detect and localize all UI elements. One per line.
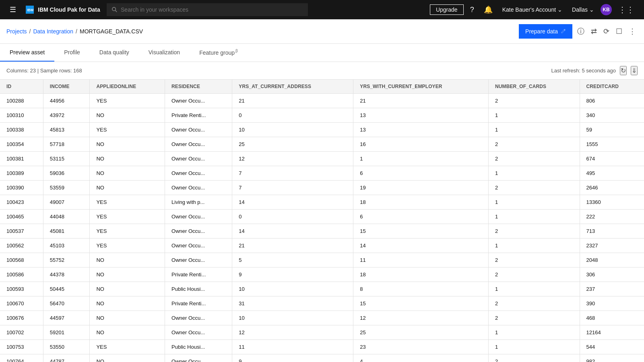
history-button[interactable]: ⟳ [602,25,611,37]
cell-row1-col6: 1 [489,108,580,122]
cell-row8-col6: 1 [489,209,580,224]
cell-row4-col4: 12 [232,151,353,166]
breadcrumb-projects[interactable]: Projects [6,28,27,35]
cell-row12-col3: Private Renti... [165,267,232,282]
chat-button[interactable]: ☐ [614,25,624,37]
cell-row13-col5: 8 [353,282,489,296]
cell-row10-col6: 1 [489,238,580,253]
cell-row14-col7: 390 [580,296,644,311]
cell-row6-col5: 19 [353,180,489,195]
cell-row4-col3: Owner Occu... [165,151,232,166]
notifications-button[interactable]: 🔔 [481,4,496,16]
col-header-yrs-address: YRS_AT_CURRENT_ADDRESS [232,80,353,94]
table-row: 10056245103YESOwner Occu...211412327 [0,238,644,253]
table-row: 10031043972NOPrivate Renti...0131340 [0,108,644,122]
breadcrumb-bar: Projects / Data Integration / MORTGAGE_D… [0,19,644,44]
cell-row1-col2: NO [90,108,165,122]
search-input[interactable] [121,6,303,13]
cell-row11-col4: 5 [232,253,353,267]
cell-row2-col3: Owner Occu... [165,122,232,137]
cell-row1-col0: 100310 [0,108,43,122]
help-button[interactable]: ? [467,4,477,16]
menu-button[interactable]: ☰ [6,4,19,16]
edit-icon [560,29,566,34]
beta-badge: β [235,49,238,53]
tab-feature-group[interactable]: Feature groupβ [190,44,248,62]
cell-row0-col1: 44956 [43,93,90,108]
cell-row16-col3: Owner Occu... [165,325,232,339]
cell-row17-col1: 53550 [43,339,90,354]
table-row: 10075353550YESPublic Housi...11231544 [0,339,644,354]
more-options-button[interactable]: ⋮ [627,25,638,37]
cell-row2-col6: 1 [489,122,580,137]
col-header-id: ID [0,80,43,94]
cell-row13-col7: 237 [580,282,644,296]
cell-row18-col4: 9 [232,354,353,362]
cell-row3-col7: 1555 [580,137,644,151]
cell-row4-col6: 2 [489,151,580,166]
cell-row8-col7: 222 [580,209,644,224]
cell-row2-col7: 59 [580,122,644,137]
apps-grid-button[interactable]: ⋮⋮ [615,3,638,16]
cell-row11-col2: NO [90,253,165,267]
region-name: Dallas [572,6,588,13]
cell-row10-col0: 100562 [0,238,43,253]
cell-row0-col7: 806 [580,93,644,108]
cell-row12-col1: 44378 [43,267,90,282]
cell-row8-col5: 6 [353,209,489,224]
columns-label: Columns: [6,68,29,74]
cell-row16-col0: 100702 [0,325,43,339]
breadcrumb-data-integration[interactable]: Data Integration [33,28,73,35]
cell-row0-col5: 21 [353,93,489,108]
meta-separator: | [37,68,40,74]
tab-visualization[interactable]: Visualization [139,44,190,62]
region-button[interactable]: Dallas ⌄ [569,5,597,14]
cell-row0-col3: Owner Occu... [165,93,232,108]
table-row: 10028844956YESOwner Occu...21212806 [0,93,644,108]
cell-row9-col5: 15 [353,224,489,238]
download-button[interactable]: ⇓ [631,66,638,75]
info-button[interactable]: ⓘ [576,25,586,38]
upgrade-button[interactable]: Upgrade [430,4,464,15]
prepare-data-button[interactable]: Prepare data [519,24,572,39]
cell-row1-col3: Private Renti... [165,108,232,122]
cell-row4-col1: 53115 [43,151,90,166]
schema-button[interactable]: ⇄ [589,25,599,37]
cell-row7-col6: 1 [489,195,580,209]
cell-row13-col3: Public Housi... [165,282,232,296]
cell-row16-col6: 1 [489,325,580,339]
cell-row17-col4: 11 [232,339,353,354]
avatar[interactable]: KB [601,4,612,15]
col-header-appliedonline: APPLIEDONLINE [90,80,165,94]
cell-row3-col0: 100354 [0,137,43,151]
cell-row13-col0: 100593 [0,282,43,296]
tab-profile[interactable]: Profile [54,44,90,62]
account-button[interactable]: Kate Bauer's Account ⌄ [499,5,566,14]
col-header-creditcard: CREDITCARD [580,80,644,94]
refresh-button[interactable]: ↻ [620,66,627,75]
cell-row16-col1: 59201 [43,325,90,339]
cell-row5-col2: NO [90,166,165,180]
cell-row16-col4: 12 [232,325,353,339]
cell-row15-col2: NO [90,311,165,325]
tab-data-quality[interactable]: Data quality [90,44,139,62]
cell-row8-col3: Owner Occu... [165,209,232,224]
cell-row3-col2: NO [90,137,165,151]
cell-row14-col6: 2 [489,296,580,311]
cell-row4-col7: 674 [580,151,644,166]
data-table: ID INCOME APPLIEDONLINE RESIDENCE YRS_AT… [0,80,644,362]
cell-row7-col5: 18 [353,195,489,209]
cell-row18-col6: 2 [489,354,580,362]
cell-row12-col5: 18 [353,267,489,282]
tab-preview-asset[interactable]: Preview asset [0,44,54,62]
cell-row6-col1: 53559 [43,180,90,195]
chevron-down-icon: ⌄ [589,6,594,13]
cell-row6-col2: NO [90,180,165,195]
search-bar[interactable] [107,3,308,16]
cell-row12-col4: 9 [232,267,353,282]
cell-row11-col0: 100568 [0,253,43,267]
cell-row3-col4: 25 [232,137,353,151]
cell-row13-col1: 50445 [43,282,90,296]
table-row: 10046544048YESOwner Occu...061222 [0,209,644,224]
cell-row2-col2: YES [90,122,165,137]
